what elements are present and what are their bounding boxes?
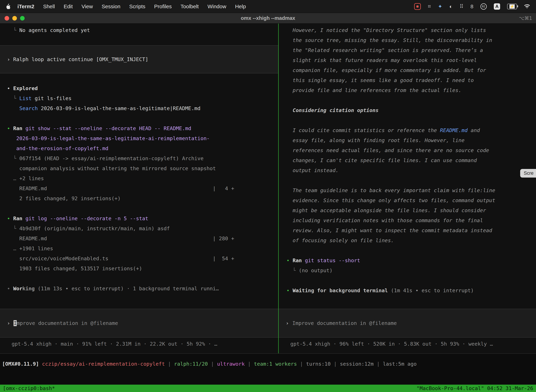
terminal-line: • Waiting for background terminal (1m 41… <box>287 285 536 296</box>
screen-recording-indicator[interactable] <box>414 3 421 10</box>
terminal-line: this single essay, it seems like a good … <box>287 75 536 85</box>
tmux-session-label[interactable]: [omx-cczip0:bash* <box>3 385 55 391</box>
terminal-line <box>7 204 278 214</box>
tmux-host-time: "MacBook-Pro-44.local" 04:52 31-Mar-26 <box>416 385 533 391</box>
terminal-line <box>287 175 536 186</box>
menu-item-toolbelt[interactable]: Toolbelt <box>176 4 203 9</box>
gauge-icon[interactable]: 61 <box>480 3 487 10</box>
terminal-line <box>287 275 536 285</box>
key-icon[interactable]: 8 <box>470 4 474 9</box>
ralph-banner: › Ralph loop active continue [OMX_TMUX_I… <box>0 45 278 73</box>
omx-status-segment: team:1 workers <box>254 361 297 367</box>
close-button[interactable] <box>5 16 9 21</box>
grid-icon[interactable]: ⌗ <box>428 3 431 9</box>
terminal-line: └ (no output) <box>287 266 536 275</box>
text-cursor: I <box>14 320 17 326</box>
terminal-line: 2026-03-09-is-legal-the-same-as-legitima… <box>7 134 278 144</box>
terminal-line: src/voice/voiceModeEnabled.ts | 54 + <box>7 254 278 264</box>
terminal-line: README.md | 4 + <box>7 183 278 194</box>
terminal-line: might be acceptable alongside the file l… <box>287 205 536 215</box>
terminal-line: the source tree, missing the essay. Stil… <box>287 35 536 45</box>
terminal-line: • Ran git show --stat --oneline --decora… <box>7 123 278 134</box>
terminal-line: output instead. <box>287 165 536 175</box>
menu-items: iTerm2ShellEditViewSessionScriptsProfile… <box>13 4 250 9</box>
left-input-area[interactable]: › I mprove documentation in @filename <box>0 309 278 338</box>
omx-status-segment: | <box>245 361 254 367</box>
window-titlebar[interactable]: omx --xhigh --madmax ⌥⌘1 <box>0 13 536 23</box>
terminal-line: Search 2026-03-09-is-legal-the-same-as-l… <box>7 103 278 113</box>
terminal-line: I could cite commit statistics or refere… <box>287 125 536 135</box>
omx-status-segment: | <box>374 361 383 367</box>
omx-status-segment: [OMX#0.11.9] <box>2 361 42 367</box>
terminal-line: … +2 lines <box>7 173 278 183</box>
menu-item-help[interactable]: Help <box>231 4 250 9</box>
terminal-line: └ List git ls-files <box>7 93 278 103</box>
wifi-icon[interactable] <box>524 4 530 9</box>
dots-grid-icon[interactable]: ⠿ <box>459 3 463 9</box>
apple-menu-icon[interactable] <box>6 4 10 9</box>
terminal-line: companion file, especially if more comme… <box>287 65 536 75</box>
left-status-line: gpt-5.4 xhigh · main · 91% left · 2.31M … <box>12 339 278 349</box>
terminal-line <box>287 115 536 125</box>
terminal-line: and-the-erosion-of-copyleft.md <box>7 144 278 154</box>
left-scrollback: └ No agents completed yet› Ralph loop ac… <box>0 23 278 294</box>
terminal-line: evidence. Since this change only affects… <box>287 196 536 205</box>
terminal-line: However, I noticed the "Directory Struct… <box>287 25 536 35</box>
spark-icon[interactable]: ✦ <box>438 3 442 9</box>
terminal-line: README.md | 280 + <box>7 233 278 244</box>
right-status-line: gpt-5.4 xhigh · 96% left · 520K in · 5.8… <box>290 339 536 349</box>
terminal-line: • Working (11m 13s • esc to interrupt) ·… <box>7 284 278 294</box>
prompt-chevron: › <box>286 320 289 326</box>
window-controls <box>5 16 25 21</box>
right-scrollback: However, I noticed the "Directory Struct… <box>279 23 536 296</box>
terminal-line: … +1901 lines <box>7 244 278 254</box>
menu-item-view[interactable]: View <box>77 4 97 9</box>
terminal: └ No agents completed yet› Ralph loop ac… <box>0 23 536 354</box>
terminal-line <box>7 113 278 123</box>
omx-status-segment: session:12m <box>340 361 374 367</box>
minimize-button[interactable] <box>12 16 17 21</box>
menu-bar: iTerm2ShellEditViewSessionScriptsProfile… <box>0 0 536 13</box>
zoom-button[interactable] <box>20 16 25 21</box>
omx-status-segment: ultrawork <box>217 361 245 367</box>
terminal-line: references need actual files, and since … <box>287 145 536 155</box>
terminal-line: changes, I can't cite specific file line… <box>287 155 536 165</box>
terminal-line <box>7 274 278 284</box>
omx-status-segment: | <box>330 361 340 367</box>
omx-status-segment: | <box>297 361 306 367</box>
omx-status-segment: ralph:11/20 <box>174 361 208 367</box>
tmux-status-bar: [omx-cczip0:bash* "MacBook-Pro-44.local"… <box>0 385 536 392</box>
circle-icon[interactable]: ◐ <box>449 4 452 9</box>
menu-item-session[interactable]: Session <box>97 4 125 9</box>
omx-status-segment: | <box>208 361 217 367</box>
right-input-area[interactable]: › Improve documentation in @filename <box>279 309 536 338</box>
menu-item-shell[interactable]: Shell <box>39 4 59 9</box>
terminal-line: └ 067f154 (HEAD -> essay/ai-reimplementa… <box>7 154 278 163</box>
terminal-line: essay file, along with finding root file… <box>287 135 536 145</box>
terminal-line: Considering citation options <box>287 105 536 115</box>
terminal-line: • Ran git log --oneline --decorate -n 5 … <box>7 214 278 224</box>
menu-item-scripts[interactable]: Scripts <box>125 4 150 9</box>
terminal-line: provide file and line references from th… <box>287 85 536 95</box>
pane-right[interactable]: However, I noticed the "Directory Struct… <box>278 23 536 353</box>
omx-status-segment: | <box>165 361 174 367</box>
terminal-line: including verification notes with those … <box>287 215 536 225</box>
terminal-line: The team guideline is to back every impo… <box>287 186 536 196</box>
screen: iTerm2ShellEditViewSessionScriptsProfile… <box>0 0 536 23</box>
right-input-text: Improve documentation in @filename <box>292 320 397 326</box>
terminal-line: └ No agents completed yet <box>7 25 278 35</box>
omx-status-bar: [OMX#0.11.9] cczip/essay/ai-reimplementa… <box>0 354 536 374</box>
omx-status-segment: turns:10 <box>306 361 331 367</box>
input-source-icon[interactable]: A <box>494 3 500 10</box>
terminal-line: • Ran git status --short <box>287 256 536 266</box>
menu-item-iterm2[interactable]: iTerm2 <box>13 4 39 9</box>
terminal-line: of focusing solely on file lines. <box>287 236 536 246</box>
pane-left[interactable]: └ No agents completed yet› Ralph loop ac… <box>0 23 278 353</box>
menu-item-edit[interactable]: Edit <box>59 4 77 9</box>
battery-icon[interactable]: ⚡ <box>507 4 517 9</box>
menu-item-window[interactable]: Window <box>203 4 231 9</box>
menu-item-profiles[interactable]: Profiles <box>150 4 176 9</box>
screen-share-tab[interactable]: Scre <box>520 169 536 177</box>
terminal-line: 1903 files changed, 513517 insertions(+) <box>7 264 278 274</box>
terminal-line: 2 files changed, 92 insertions(+) <box>7 194 278 204</box>
